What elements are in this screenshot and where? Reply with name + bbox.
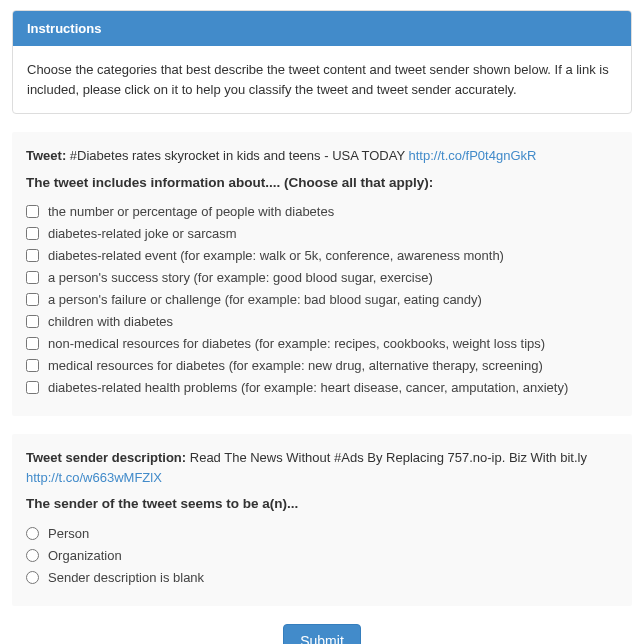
sender-option-label: Organization [48,548,122,563]
tweet-option-label: diabetes-related joke or sarcasm [48,226,237,241]
submit-wrap: Submit [12,624,632,644]
tweet-option-checkbox[interactable] [26,205,39,218]
sender-option-label: Person [48,526,89,541]
tweet-link[interactable]: http://t.co/fP0t4gnGkR [409,148,537,163]
sender-option-label: Sender description is blank [48,570,204,585]
tweet-option-label: children with diabetes [48,314,173,329]
tweet-option-row: diabetes-related health problems (for ex… [26,380,618,395]
instructions-title: Instructions [13,11,631,46]
sender-label: Tweet sender description: [26,450,186,465]
tweet-option-checkbox[interactable] [26,271,39,284]
tweet-option-checkbox[interactable] [26,381,39,394]
tweet-option-label: non-medical resources for diabetes (for … [48,336,545,351]
sender-link[interactable]: http://t.co/w663wMFZlX [26,470,162,485]
tweet-option-row: a person's success story (for example: g… [26,270,618,285]
tweet-option-checkbox[interactable] [26,359,39,372]
tweet-option-label: diabetes-related health problems (for ex… [48,380,568,395]
instructions-body: Choose the categories that best describe… [13,46,631,113]
tweet-option-checkbox[interactable] [26,249,39,262]
tweet-option-label: medical resources for diabetes (for exam… [48,358,543,373]
sender-option-row: Person [26,526,618,541]
tweet-option-row: medical resources for diabetes (for exam… [26,358,618,373]
tweet-option-row: diabetes-related event (for example: wal… [26,248,618,263]
tweet-line: Tweet: #Diabetes rates skyrocket in kids… [26,146,618,166]
instructions-panel: Instructions Choose the categories that … [12,10,632,114]
tweet-option-row: diabetes-related joke or sarcasm [26,226,618,241]
tweet-option-label: a person's success story (for example: g… [48,270,433,285]
sender-question: The sender of the tweet seems to be a(n)… [26,495,618,514]
tweet-question: The tweet includes information about....… [26,174,618,193]
sender-text: Read The News Without #Ads By Replacing … [190,450,587,465]
tweet-option-row: non-medical resources for diabetes (for … [26,336,618,351]
tweet-option-checkbox[interactable] [26,227,39,240]
sender-option-row: Sender description is blank [26,570,618,585]
tweet-option-row: a person's failure or challenge (for exa… [26,292,618,307]
sender-line: Tweet sender description: Read The News … [26,448,618,487]
tweet-option-checkbox[interactable] [26,315,39,328]
submit-button[interactable]: Submit [283,624,361,644]
tweet-option-row: the number or percentage of people with … [26,204,618,219]
tweet-option-row: children with diabetes [26,314,618,329]
tweet-label: Tweet: [26,148,66,163]
sender-option-radio[interactable] [26,571,39,584]
tweet-option-label: diabetes-related event (for example: wal… [48,248,504,263]
tweet-text: #Diabetes rates skyrocket in kids and te… [70,148,405,163]
sender-option-radio[interactable] [26,549,39,562]
sender-option-radio[interactable] [26,527,39,540]
tweet-option-checkbox[interactable] [26,293,39,306]
tweet-option-checkbox[interactable] [26,337,39,350]
tweet-option-label: the number or percentage of people with … [48,204,334,219]
tweet-section: Tweet: #Diabetes rates skyrocket in kids… [12,132,632,416]
sender-section: Tweet sender description: Read The News … [12,434,632,606]
tweet-option-label: a person's failure or challenge (for exa… [48,292,482,307]
sender-option-row: Organization [26,548,618,563]
